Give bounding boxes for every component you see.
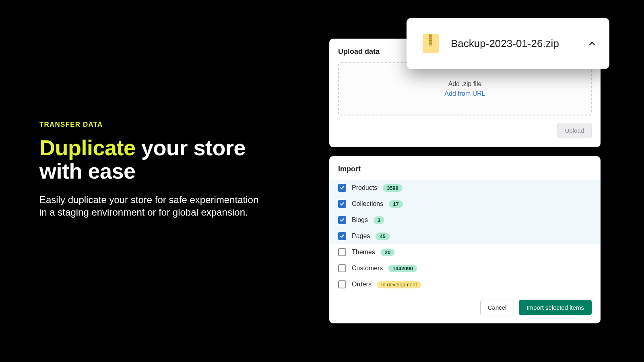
import-actions: Cancel Import selected items [338, 300, 592, 315]
import-row-customers[interactable]: Customers1342090 [329, 260, 601, 276]
count-badge: 20 [381, 249, 394, 256]
import-row-label: Collections [352, 200, 383, 208]
import-row-label: Customers [352, 265, 383, 272]
import-card: Import Products3598Collections17Blogs3Pa… [329, 156, 601, 323]
zip-file-icon [423, 34, 439, 53]
import-row-orders[interactable]: OrdersIn development [329, 276, 601, 292]
cancel-button[interactable]: Cancel [480, 300, 514, 315]
import-card-title: Import [338, 165, 592, 173]
upload-button[interactable]: Upload [557, 123, 592, 138]
hero-subhead: Easily duplicate your store for safe exp… [39, 193, 265, 218]
import-row-label: Pages [352, 232, 370, 240]
hero: TRANSFER DATA Duplicate your store with … [39, 121, 281, 218]
dropzone-add-zip-label: Add .zip file [448, 80, 482, 88]
chevron-up-icon[interactable] [587, 38, 597, 49]
import-row-blogs[interactable]: Blogs3 [329, 212, 601, 228]
import-row-label: Orders [352, 281, 372, 288]
checkbox-products[interactable] [338, 184, 346, 192]
hero-headline: Duplicate your store with ease [39, 136, 281, 183]
upload-dropzone[interactable]: Add .zip file Add from URL [338, 62, 592, 115]
import-row-pages[interactable]: Pages45 [329, 228, 601, 244]
count-badge: 45 [376, 232, 389, 240]
import-row-label: Blogs [352, 216, 368, 224]
import-list: Products3598Collections17Blogs3Pages45Th… [329, 180, 601, 292]
backup-file-name: Backup-2023-01-26.zip [451, 37, 575, 50]
upload-actions: Upload [338, 123, 592, 138]
count-badge: 3598 [383, 184, 402, 192]
checkbox-orders[interactable] [338, 280, 346, 288]
count-badge: 17 [389, 200, 402, 208]
import-row-products[interactable]: Products3598 [329, 180, 601, 196]
hero-eyebrow: TRANSFER DATA [39, 121, 281, 129]
import-selected-button[interactable]: Import selected items [519, 300, 592, 315]
add-from-url-link[interactable]: Add from URL [444, 90, 485, 97]
import-row-collections[interactable]: Collections17 [329, 196, 601, 212]
import-row-label: Themes [352, 249, 375, 256]
checkbox-themes[interactable] [338, 248, 346, 256]
import-row-themes[interactable]: Themes20 [329, 244, 601, 260]
checkbox-collections[interactable] [338, 200, 346, 208]
checkbox-blogs[interactable] [338, 216, 346, 224]
count-badge: 1342090 [388, 265, 417, 272]
import-row-label: Products [352, 184, 377, 191]
hero-headline-accent: Duplicate [39, 136, 136, 160]
checkbox-customers[interactable] [338, 264, 346, 272]
checkbox-pages[interactable] [338, 232, 346, 240]
count-badge: 3 [374, 216, 384, 224]
backup-file-chip[interactable]: Backup-2023-01-26.zip [407, 18, 609, 69]
count-badge: In development [377, 281, 421, 288]
right-panels: Upload data Add .zip file Add from URL U… [329, 39, 601, 323]
